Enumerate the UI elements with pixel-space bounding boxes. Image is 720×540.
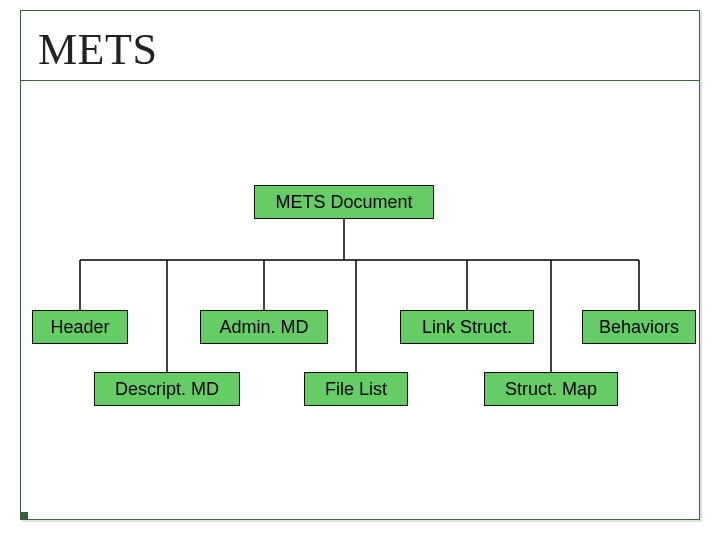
node-admin-md: Admin. MD	[200, 310, 328, 344]
title-rule	[20, 80, 700, 81]
node-header: Header	[32, 310, 128, 344]
node-behaviors: Behaviors	[582, 310, 696, 344]
slide-title: METS	[38, 24, 157, 75]
node-link-struct: Link Struct.	[400, 310, 534, 344]
slide-frame	[20, 10, 700, 520]
node-descript-md: Descript. MD	[94, 372, 240, 406]
frame-corner-icon	[20, 512, 28, 520]
node-struct-map: Struct. Map	[484, 372, 618, 406]
node-root: METS Document	[254, 185, 434, 219]
node-file-list: File List	[304, 372, 408, 406]
